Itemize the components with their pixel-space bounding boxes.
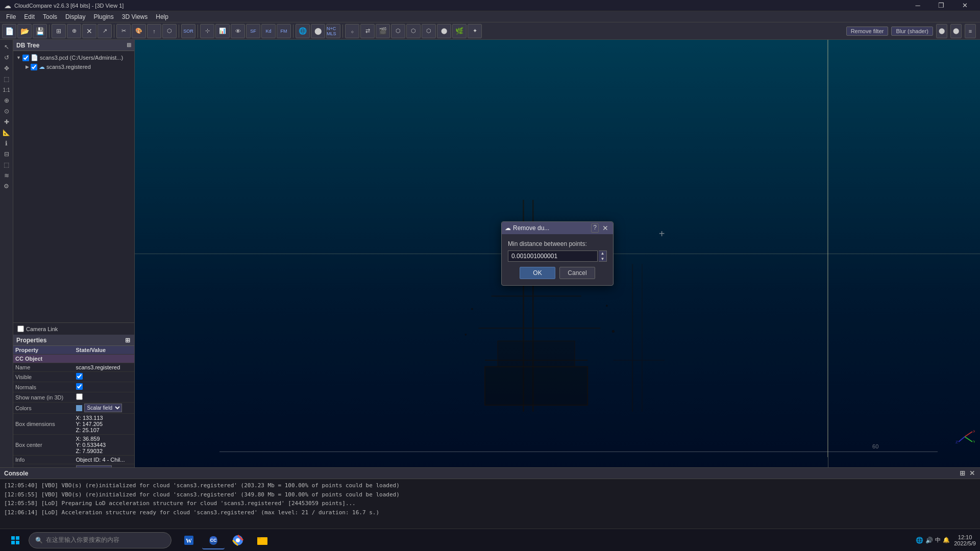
prop-tool-expand[interactable]: ⊞ [124, 337, 131, 344]
taskbar-explorer-app[interactable] [251, 531, 274, 549]
tb-icp[interactable]: ⇄ [360, 24, 375, 38]
tb-select[interactable]: ↗ [97, 24, 112, 38]
colors-dropdown[interactable]: Scalar field RGB None [84, 404, 122, 412]
tool-zoom-area[interactable]: ⬚ [2, 74, 12, 84]
taskbar-chrome-app[interactable] [227, 531, 249, 549]
tb-scatter[interactable]: ⊹ [200, 24, 214, 38]
colors-dropdown-container[interactable]: Scalar field RGB None [76, 404, 133, 412]
tree-child-expand-icon[interactable]: ▶ [26, 64, 29, 69]
menu-edit[interactable]: Edit [20, 11, 39, 22]
remove-filter-button[interactable]: Remove filter [846, 27, 889, 36]
db-tree-content[interactable]: ▼ 📄 scans3.pcd (C:/Users/Administ...) ▶ … [13, 51, 134, 322]
tb-delete[interactable]: ✕ [82, 24, 96, 38]
tb-filter3[interactable]: ≡ [965, 24, 976, 38]
tb-sf[interactable]: SF [246, 24, 260, 38]
tb-color[interactable]: 🎨 [132, 24, 146, 38]
camera-link-checkbox[interactable] [17, 325, 24, 332]
tb-more2[interactable]: ⬡ [406, 24, 421, 38]
blur-shader-button[interactable]: Blur (shader) [891, 27, 933, 36]
dialog-distance-input[interactable] [508, 251, 598, 262]
taskbar-word-app[interactable]: W [178, 531, 200, 549]
tree-child-checkbox[interactable] [31, 64, 37, 70]
taskbar-cloudcompare-app[interactable]: CC [202, 531, 225, 549]
tb-filter1[interactable]: ⬤ [936, 24, 947, 38]
tb-sphere[interactable]: ⬤ [311, 24, 325, 38]
close-button[interactable]: ✕ [953, 0, 976, 11]
tb-kd[interactable]: Kd [261, 24, 276, 38]
dialog-close-button[interactable]: ✕ [601, 223, 610, 233]
tb-more4[interactable]: ⬤ [437, 24, 451, 38]
tb-clone[interactable]: ⊞ [52, 24, 66, 38]
tree-expand-icon[interactable]: ▼ [16, 55, 21, 60]
app-icon: ☁ [4, 2, 11, 10]
normals-checkbox[interactable] [76, 383, 83, 390]
menu-file[interactable]: File [2, 11, 20, 22]
restore-button[interactable]: ❐ [930, 0, 952, 11]
menu-3dviews[interactable]: 3D Views [118, 11, 152, 22]
menu-display[interactable]: Display [61, 11, 89, 22]
tb-more5[interactable]: 🌿 [452, 24, 467, 38]
tool-segment[interactable]: ⬚ [2, 160, 12, 170]
prop-val-visible[interactable] [74, 372, 135, 382]
tb-globe[interactable]: 🌐 [296, 24, 310, 38]
start-button[interactable] [4, 531, 27, 549]
tool-rotate[interactable]: ↺ [2, 53, 12, 63]
tb-save[interactable]: 💾 [33, 24, 47, 38]
title-controls[interactable]: ─ ❐ ✕ [906, 0, 976, 11]
tool-info[interactable]: ℹ [2, 138, 12, 148]
tb-sor[interactable]: SOR [181, 24, 195, 38]
dialog-ok-button[interactable]: OK [520, 267, 555, 279]
tool-zoom-fit[interactable]: ⊕ [2, 95, 12, 106]
tree-root-checkbox[interactable] [22, 55, 29, 61]
tool-translate[interactable]: ✥ [2, 63, 12, 73]
tool-center[interactable]: ⊙ [2, 106, 12, 116]
tb-normals[interactable]: ↑ [147, 24, 161, 38]
tool-view-ortho[interactable]: 1:1 [2, 85, 12, 95]
console-expand-btn[interactable]: ⊞ [959, 469, 966, 477]
tb-fm[interactable]: FM [277, 24, 291, 38]
menu-help[interactable]: Help [152, 11, 173, 22]
3d-view[interactable]: + 60 X Y Z [135, 40, 980, 467]
prop-key-info: Info [13, 456, 74, 464]
menu-plugins[interactable]: Plugins [89, 11, 117, 22]
tb-new[interactable]: 📄 [2, 24, 16, 38]
dialog-cancel-button[interactable]: Cancel [559, 267, 595, 279]
tool-pointer[interactable]: ↖ [2, 42, 12, 52]
prop-val-colors[interactable]: Scalar field RGB None [74, 403, 135, 414]
tb-segment[interactable]: ✂ [116, 24, 131, 38]
camera-link-label[interactable]: Camera Link [17, 325, 58, 332]
tb-more6[interactable]: ✦ [468, 24, 482, 38]
visible-checkbox[interactable] [76, 373, 83, 380]
console-controls: ⊞ ✕ [959, 469, 976, 477]
tb-chart[interactable]: 📊 [215, 24, 230, 38]
tb-open[interactable]: 📂 [17, 24, 32, 38]
tb-view[interactable]: 👁 [231, 24, 245, 38]
tool-settings[interactable]: ⚙ [2, 181, 12, 191]
tool-scalar[interactable]: ≋ [2, 170, 12, 181]
tool-clipping[interactable]: ⊟ [2, 149, 12, 159]
tree-item-root[interactable]: ▼ 📄 scans3.pcd (C:/Users/Administ...) [15, 53, 132, 62]
minimize-button[interactable]: ─ [906, 0, 929, 11]
tb-pick[interactable]: ⬦ [345, 24, 359, 38]
dialog-spin-btn[interactable]: ▲ ▼ [599, 251, 607, 262]
tb-filter2[interactable]: ⬤ [950, 24, 962, 38]
dialog-help-button[interactable]: ? [591, 223, 599, 233]
tool-pick-point[interactable]: ✚ [2, 117, 12, 127]
tool-measure[interactable]: 📐 [2, 128, 12, 138]
tb-merge[interactable]: ⊕ [67, 24, 81, 38]
console-content[interactable]: [12:05:40] [VBO] VBO(s) (re)initialized … [0, 479, 980, 529]
showname-checkbox[interactable] [76, 393, 83, 400]
tb-more3[interactable]: ⬡ [422, 24, 436, 38]
tb-nc-mls[interactable]: N+C MLS [326, 24, 340, 38]
console-line-2: [12:05:55] [VBO] VBO(s) (re)initialized … [4, 490, 976, 499]
taskbar-search-bar[interactable]: 🔍 在这里输入你要搜索的内容 [29, 532, 172, 548]
prop-val-normals[interactable] [74, 382, 135, 392]
tb-more1[interactable]: ⬡ [391, 24, 405, 38]
tb-octree[interactable]: ⬡ [162, 24, 177, 38]
console-close-btn[interactable]: ✕ [968, 469, 976, 477]
system-clock: 12:10 2022/5/9 [954, 534, 976, 546]
menu-tools[interactable]: Tools [39, 11, 61, 22]
prop-val-showname[interactable] [74, 392, 135, 403]
tb-movie[interactable]: 🎬 [376, 24, 390, 38]
tree-item-child[interactable]: ▶ ☁ scans3.registered [15, 62, 132, 71]
